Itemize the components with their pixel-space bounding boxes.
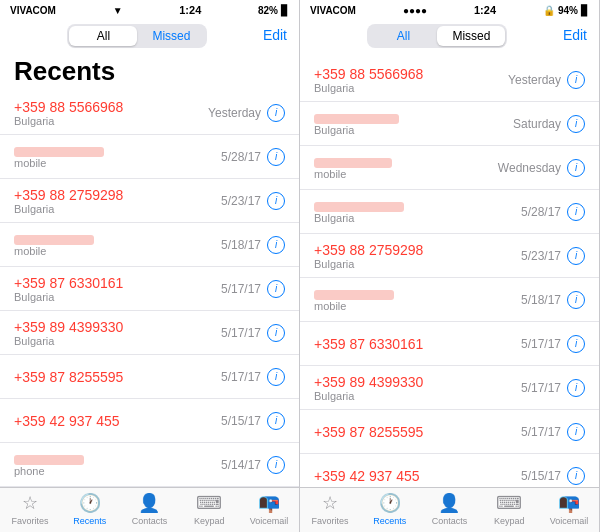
right-call-item-1: Bulgaria Saturday i: [300, 102, 599, 146]
right-redacted-2: [314, 158, 392, 168]
right-call-date-9: 5/15/17: [521, 469, 561, 483]
left-seg-control: All Missed: [67, 24, 207, 48]
right-redacted-3: [314, 202, 404, 212]
right-all-tab[interactable]: All: [369, 26, 437, 46]
left-battery: 82%: [258, 5, 278, 16]
left-voicemail-icon: 📭: [258, 492, 280, 514]
left-info-icon-3[interactable]: i: [267, 236, 285, 254]
right-tab-recents-label: Recents: [373, 516, 406, 526]
left-call-info-0: +359 88 5566968 Bulgaria: [14, 99, 208, 127]
right-phone-panel: VIVACOM ●●●● 1:24 🔒 94% ▊ All Missed Edi…: [300, 0, 600, 532]
right-missed-tab[interactable]: Missed: [437, 26, 505, 46]
right-call-item-3: Bulgaria 5/28/17 i: [300, 190, 599, 234]
right-info-icon-5[interactable]: i: [567, 291, 585, 309]
left-call-item-7: +359 42 937 455 5/15/17 i: [0, 399, 299, 443]
left-info-icon-6[interactable]: i: [267, 368, 285, 386]
left-info-icon-4[interactable]: i: [267, 280, 285, 298]
right-time: 1:24: [474, 4, 496, 16]
left-call-date-5: 5/17/17: [221, 326, 261, 340]
left-page-title: Recents: [0, 54, 299, 91]
right-call-number-9[interactable]: +359 42 937 455: [314, 468, 521, 484]
left-call-date-6: 5/17/17: [221, 370, 261, 384]
right-info-icon-2[interactable]: i: [567, 159, 585, 177]
right-info-icon-8[interactable]: i: [567, 423, 585, 441]
left-info-icon-5[interactable]: i: [267, 324, 285, 342]
right-call-number-8[interactable]: +359 87 8255595: [314, 424, 521, 440]
left-call-date-4: 5/17/17: [221, 282, 261, 296]
right-tab-keypad[interactable]: ⌨ Keypad: [479, 492, 539, 526]
left-missed-tab[interactable]: Missed: [137, 26, 205, 46]
left-redacted-8: [14, 455, 84, 465]
right-call-info-4: +359 88 2759298 Bulgaria: [314, 242, 521, 270]
right-call-number-6[interactable]: +359 87 6330161: [314, 336, 521, 352]
left-call-info-6: +359 87 8255595: [14, 369, 221, 385]
left-info-icon-8[interactable]: i: [267, 456, 285, 474]
right-call-date-4: 5/23/17: [521, 249, 561, 263]
left-edit-button[interactable]: Edit: [263, 27, 287, 43]
left-call-item-6: +359 87 8255595 5/17/17 i: [0, 355, 299, 399]
right-info-icon-6[interactable]: i: [567, 335, 585, 353]
left-tab-contacts[interactable]: 👤 Contacts: [120, 492, 180, 526]
left-all-tab[interactable]: All: [69, 26, 137, 46]
right-call-label-3: Bulgaria: [314, 212, 521, 224]
right-keypad-icon: ⌨: [496, 492, 522, 514]
right-tab-voicemail-label: Voicemail: [550, 516, 589, 526]
left-call-number-2[interactable]: +359 88 2759298: [14, 187, 221, 203]
left-nav-bar: All Missed Edit: [0, 18, 299, 54]
left-info-icon-2[interactable]: i: [267, 192, 285, 210]
right-call-label-7: Bulgaria: [314, 390, 521, 402]
right-info-icon-4[interactable]: i: [567, 247, 585, 265]
left-call-label-3: mobile: [14, 245, 221, 257]
left-tab-keypad-label: Keypad: [194, 516, 225, 526]
right-edit-button[interactable]: Edit: [563, 27, 587, 43]
left-info-icon-1[interactable]: i: [267, 148, 285, 166]
left-call-info-2: +359 88 2759298 Bulgaria: [14, 187, 221, 215]
right-tab-keypad-label: Keypad: [494, 516, 525, 526]
left-call-date-1: 5/28/17: [221, 150, 261, 164]
right-info-icon-3[interactable]: i: [567, 203, 585, 221]
left-call-date-3: 5/18/17: [221, 238, 261, 252]
left-tab-favorites[interactable]: ☆ Favorites: [0, 492, 60, 526]
left-call-date-7: 5/15/17: [221, 414, 261, 428]
right-call-date-3: 5/28/17: [521, 205, 561, 219]
left-call-number-6[interactable]: +359 87 8255595: [14, 369, 221, 385]
right-call-label-2: mobile: [314, 168, 498, 180]
right-call-number-0[interactable]: +359 88 5566968: [314, 66, 508, 82]
right-tab-voicemail[interactable]: 📭 Voicemail: [539, 492, 599, 526]
right-tab-favorites[interactable]: ☆ Favorites: [300, 492, 360, 526]
left-tab-keypad[interactable]: ⌨ Keypad: [179, 492, 239, 526]
right-info-icon-7[interactable]: i: [567, 379, 585, 397]
left-tab-recents[interactable]: 🕐 Recents: [60, 492, 120, 526]
left-call-number-4[interactable]: +359 87 6330161: [14, 275, 221, 291]
right-call-number-4[interactable]: +359 88 2759298: [314, 242, 521, 258]
left-redacted-1: [14, 147, 104, 157]
right-info-icon-1[interactable]: i: [567, 115, 585, 133]
left-call-date-2: 5/23/17: [221, 194, 261, 208]
left-call-label-4: Bulgaria: [14, 291, 221, 303]
right-tab-recents[interactable]: 🕐 Recents: [360, 492, 420, 526]
right-call-date-5: 5/18/17: [521, 293, 561, 307]
right-info-icon-0[interactable]: i: [567, 71, 585, 89]
left-call-number-7[interactable]: +359 42 937 455: [14, 413, 221, 429]
right-call-label-4: Bulgaria: [314, 258, 521, 270]
right-redacted-5: [314, 290, 394, 300]
left-call-info-7: +359 42 937 455: [14, 413, 221, 429]
left-call-number-5[interactable]: +359 89 4399330: [14, 319, 221, 335]
right-tab-contacts[interactable]: 👤 Contacts: [420, 492, 480, 526]
left-call-info-1: mobile: [14, 145, 221, 169]
right-call-number-7[interactable]: +359 89 4399330: [314, 374, 521, 390]
left-call-date-0: Yesterday: [208, 106, 261, 120]
left-call-item-3: mobile 5/18/17 i: [0, 223, 299, 267]
left-call-list: +359 88 5566968 Bulgaria Yesterday i mob…: [0, 91, 299, 487]
right-info-icon-9[interactable]: i: [567, 467, 585, 485]
left-tab-voicemail[interactable]: 📭 Voicemail: [239, 492, 299, 526]
right-call-info-9: +359 42 937 455: [314, 468, 521, 484]
left-info-icon-0[interactable]: i: [267, 104, 285, 122]
left-phone-panel: VIVACOM ▼ 1:24 82% ▊ All Missed Edit Rec…: [0, 0, 300, 532]
right-redacted-1: [314, 114, 399, 124]
left-call-number-0[interactable]: +359 88 5566968: [14, 99, 208, 115]
left-call-info-8: phone: [14, 453, 221, 477]
right-call-item-9: +359 42 937 455 5/15/17 i: [300, 454, 599, 487]
left-redacted-3: [14, 235, 94, 245]
left-info-icon-7[interactable]: i: [267, 412, 285, 430]
